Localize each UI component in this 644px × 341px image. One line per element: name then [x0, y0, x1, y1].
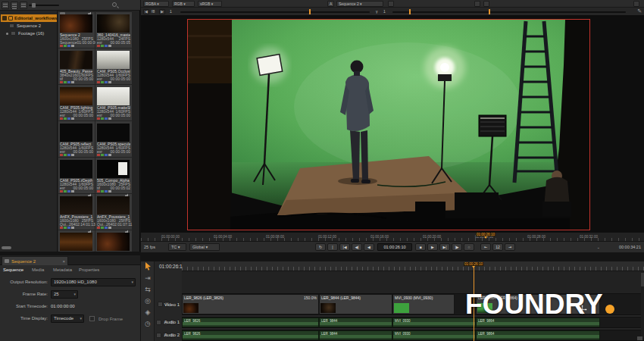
- range-mode-dropdown[interactable]: Global ▾: [189, 243, 220, 251]
- sequence-tab[interactable]: Sequence 2 ×: [2, 256, 68, 265]
- detail-view-button[interactable]: [20, 2, 27, 9]
- stop-button[interactable]: ■: [415, 243, 426, 251]
- clip-label: LER_9826 (LER_9826): [184, 296, 224, 300]
- next-frame-button[interactable]: ▶|: [439, 243, 450, 251]
- gain-step-down-button[interactable]: ◀: [143, 9, 149, 14]
- timeline-vertical-scrollbar[interactable]: [641, 271, 644, 338]
- viewer-timeline-ruler[interactable]: 01:00:00:00 01:00:04:00 01:00:08:00 01:0…: [141, 232, 644, 241]
- tree-item-sequence[interactable]: Sequence 2: [9, 23, 41, 28]
- prev-frame-button[interactable]: ◀|: [352, 243, 362, 251]
- audio-clip[interactable]: LER_9864: [476, 330, 600, 340]
- audio-clip[interactable]: LER_9844: [319, 330, 392, 340]
- slider-knob[interactable]: [32, 3, 36, 8]
- skip-to-end-button[interactable]: |▶: [452, 243, 462, 251]
- frame-rate-dropdown[interactable]: 25: [51, 290, 78, 299]
- bin-clip[interactable]: CAM_PS05.specula 1280x5441/60FPS exr00:0…: [95, 121, 132, 157]
- time-display-dropdown[interactable]: Timecode: [51, 314, 84, 323]
- trim-tool[interactable]: ⇥: [143, 274, 152, 283]
- buffer-a-button[interactable]: A: [327, 1, 334, 7]
- timecode-mode-dropdown[interactable]: TC ▾: [168, 243, 186, 251]
- viewer-canvas[interactable]: [141, 16, 644, 232]
- bin-clip[interactable]: CAM_PS05.zDepth 1280x5441/60FPS exr00:00…: [58, 158, 95, 193]
- gain-toggle-button[interactable]: [474, 1, 480, 7]
- timeline-playhead-label[interactable]: 01:00:26:10: [464, 262, 483, 266]
- clip-thumbnail: [97, 87, 130, 105]
- bin-clip[interactable]: 505_Compo_Alpha 1600x108025FPS tif00:00:…: [95, 158, 132, 193]
- layer-dropdown[interactable]: RGBA ▾: [143, 1, 169, 7]
- thumbnail-size-slider[interactable]: [29, 5, 59, 6]
- play-button[interactable]: ▶: [427, 243, 438, 251]
- loop-mode-button[interactable]: ○: [464, 243, 474, 251]
- grid-view-button[interactable]: [2, 2, 9, 9]
- search-icon[interactable]: [112, 2, 117, 7]
- project-root-item[interactable]: Editorial_workflows_v0: [1, 14, 57, 22]
- track-name[interactable]: Audio 1: [157, 320, 180, 324]
- tab-sequence[interactable]: Sequence: [3, 267, 23, 272]
- skip-to-start-button[interactable]: |◀: [339, 243, 350, 251]
- bin-clip[interactable]: 405_Beauty_Passe 3840x21601/60FPS tif00:…: [58, 48, 95, 84]
- tab-properties[interactable]: Properties: [79, 267, 99, 272]
- bin-clip[interactable]: [58, 230, 95, 252]
- annotation-pen-icon[interactable]: ✎: [637, 8, 642, 14]
- clip-label: LER_9826: [184, 319, 200, 323]
- gain-slider-marker[interactable]: [309, 9, 311, 14]
- frame-increment-field[interactable]: 12: [492, 243, 503, 251]
- goto-out-button[interactable]: ⇥: [505, 243, 515, 251]
- viewer-image[interactable]: [187, 19, 590, 230]
- timeline-ruler[interactable]: [182, 261, 644, 271]
- duration-mode-icon[interactable]: ⌄: [596, 245, 600, 249]
- tab-media[interactable]: Media: [32, 267, 44, 272]
- timeline-clip[interactable]: MVI_0930 (MVI_0930): [392, 294, 455, 314]
- list-view-button[interactable]: [11, 2, 18, 9]
- gamma-slider[interactable]: [392, 11, 626, 13]
- bin-toolbar: [0, 0, 140, 11]
- audio-clip[interactable]: LER_9826: [182, 330, 319, 340]
- viewer-buffer-dropdown[interactable]: Sequence 2 ▾: [336, 1, 383, 7]
- audio-clip[interactable]: LER_9844: [319, 318, 392, 327]
- start-timecode-value[interactable]: 01:00:00:00: [51, 304, 75, 308]
- bin-clip[interactable]: [95, 230, 132, 252]
- scrollbar-thumb[interactable]: [641, 273, 644, 286]
- audio-clip[interactable]: MVI_0930: [392, 330, 476, 340]
- viewer-settings-button[interactable]: [633, 1, 639, 7]
- track-name[interactable]: Audio 2: [157, 333, 180, 337]
- close-icon[interactable]: ×: [62, 259, 65, 264]
- tree-item-footage[interactable]: Footage (16): [6, 31, 44, 36]
- display-transform-dropdown[interactable]: sRGB ▾: [198, 1, 222, 7]
- bin-clip[interactable]: CAM_PS05.Occlusi 1280x5441/60FPS exr00:0…: [95, 48, 132, 84]
- gain-slider[interactable]: [180, 11, 370, 13]
- loop-button[interactable]: ↻: [315, 243, 326, 251]
- disclosure-dot[interactable]: [6, 33, 8, 35]
- viewer-playhead[interactable]: 01:00:26:10: [476, 233, 496, 236]
- bin-clip[interactable]: Sequence 2 1600x108025FPS Sequence01:00:…: [58, 12, 95, 48]
- multi-tool[interactable]: [143, 262, 152, 271]
- current-timecode-field[interactable]: 01:00:26:10: [377, 243, 412, 251]
- output-resolution-dropdown[interactable]: 1920x1080 HD_1080: [51, 278, 136, 286]
- gamma-toggle-button[interactable]: [483, 1, 489, 7]
- bin-clip[interactable]: CAM_PS05.lighting 1280x5441/60FPS exr00:…: [58, 85, 95, 120]
- audio-clip[interactable]: LER_9826: [182, 318, 319, 327]
- play-backward-button[interactable]: ◀: [364, 243, 374, 251]
- bin-clip[interactable]: CAM_PS05.reflect 1280x5441/60FPS exr00:0…: [58, 121, 95, 157]
- start-timecode-label: Start Timecode:: [0, 304, 48, 308]
- channel-dropdown[interactable]: RGB ▾: [172, 1, 195, 7]
- drop-frame-checkbox[interactable]: [89, 316, 95, 321]
- bin-clip[interactable]: ArtFX_Poussiere_1 1600x108025FPS Qui...2…: [95, 194, 132, 230]
- bin-clip[interactable]: 360_140416_maste 1280x54424FPS exr00:00:…: [95, 12, 132, 48]
- track-name[interactable]: Video 1: [157, 302, 180, 307]
- tree-item-label: Sequence 2: [17, 23, 41, 28]
- audio-clip[interactable]: MVI_0930: [392, 318, 476, 327]
- tab-metadata[interactable]: Metadata: [53, 267, 72, 272]
- gain-step-up-button[interactable]: ▶: [159, 9, 165, 14]
- wipe-mode-button[interactable]: [388, 1, 394, 7]
- clip-duration: 02:14:01:13: [75, 223, 95, 227]
- bin-horizontal-scrollbar[interactable]: [2, 246, 11, 249]
- project-root-label: Editorial_workflows_v0: [14, 16, 57, 20]
- in-point-button[interactable]: |: [327, 243, 338, 251]
- bin-clip[interactable]: CAM_PS05.matteSh 1280x5441/60FPS exr00:0…: [95, 85, 132, 120]
- gamma-slider-marker[interactable]: [409, 9, 411, 14]
- bin-clip[interactable]: ArtFX_Poussiere_1 1600x108025FPS Qui...2…: [58, 194, 95, 230]
- goto-in-button[interactable]: ⇤: [480, 243, 491, 251]
- timeline-clip[interactable]: LER_9826 (LER_9826) 150.0%: [182, 294, 319, 314]
- timeline-clip[interactable]: LER_9844 (LER_9844): [319, 294, 392, 314]
